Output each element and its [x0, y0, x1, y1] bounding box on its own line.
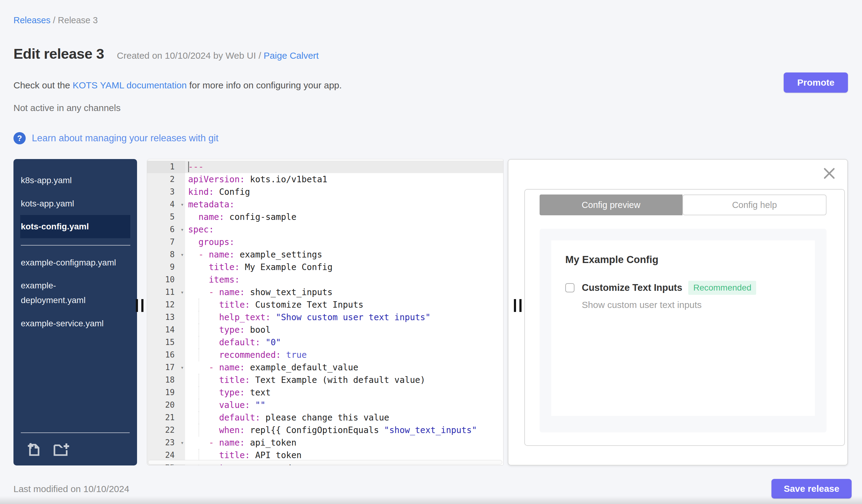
code-text: kind: Config: [185, 186, 503, 198]
line-number: 2: [147, 173, 185, 186]
sidebar-item-example-deployment-yaml[interactable]: example-deployment.yaml: [20, 274, 130, 311]
line-number: 1: [147, 161, 185, 173]
yaml-editor[interactable]: 1---2apiVersion: kots.io/v1beta13kind: C…: [147, 159, 504, 465]
config-item-row: Customize Text Inputs Recommended: [565, 281, 801, 295]
fold-arrow-icon[interactable]: ▾: [181, 248, 184, 261]
new-folder-button[interactable]: [53, 441, 70, 457]
editor-horizontal-scrollbar[interactable]: [148, 460, 502, 465]
code-line-23[interactable]: 23▾ - name: api_token: [147, 436, 503, 449]
sidebar-actions: [26, 441, 70, 457]
config-panel: Config preview Config help My Example Co…: [524, 189, 845, 446]
code-line-8[interactable]: 8▾ - name: example_settings: [147, 248, 503, 261]
tab-config-preview[interactable]: Config preview: [539, 195, 682, 215]
fold-arrow-icon[interactable]: ▾: [181, 198, 184, 211]
title-row: Edit release 3 Created on 10/10/2024 by …: [13, 45, 319, 62]
code-line-3[interactable]: 3kind: Config: [147, 186, 503, 198]
code-line-24[interactable]: 24 title: API token: [147, 449, 503, 462]
docs-hint-after: for more info on configuring your app.: [186, 80, 342, 90]
line-number: 9: [147, 261, 185, 274]
code-line-13[interactable]: 13 help_text: "Show custom user text inp…: [147, 311, 503, 323]
docs-hint: Check out the KOTS YAML documentation fo…: [13, 80, 342, 91]
sidebar-item-k8s-app-yaml[interactable]: k8s-app.yaml: [20, 169, 130, 192]
code-line-17[interactable]: 17▾ - name: example_default_value: [147, 361, 503, 374]
code-text: name: config-sample: [185, 211, 503, 223]
code-line-1[interactable]: 1---: [147, 161, 503, 173]
fold-arrow-icon[interactable]: ▾: [181, 436, 184, 449]
preview-resize-handle[interactable]: [514, 299, 522, 313]
code-text: - name: show_text_inputs: [185, 286, 503, 299]
code-text: when: repl{{ ConfigOptionEquals "show_te…: [185, 424, 503, 436]
code-line-15[interactable]: 15 default: "0": [147, 336, 503, 349]
sidebar-divider: [21, 245, 130, 246]
sidebar-resize-handle[interactable]: [136, 299, 144, 313]
git-help-row[interactable]: ? Learn about managing your releases wit…: [13, 132, 218, 144]
kots-docs-link[interactable]: KOTS YAML documentation: [73, 80, 186, 90]
close-preview-button[interactable]: [822, 167, 836, 181]
code-text: groups:: [185, 236, 503, 248]
line-number: 21: [147, 411, 185, 424]
code-line-5[interactable]: 5 name: config-sample: [147, 211, 503, 223]
code-line-19[interactable]: 19 type: text: [147, 386, 503, 399]
line-number: 22: [147, 424, 185, 436]
code-line-4[interactable]: 4▾metadata:: [147, 198, 503, 211]
file-label: example-deployment.yaml: [21, 278, 116, 307]
fold-arrow-icon[interactable]: ▾: [181, 361, 184, 374]
file-label: kots-config.yaml: [21, 219, 116, 234]
line-number: 11▾: [147, 286, 185, 299]
code-line-6[interactable]: 6▾spec:: [147, 223, 503, 236]
line-number: 12: [147, 299, 185, 311]
created-author-link[interactable]: Paige Calvert: [264, 51, 319, 61]
docs-hint-before: Check out the: [13, 80, 73, 90]
code-line-14[interactable]: 14 type: bool: [147, 323, 503, 336]
code-line-20[interactable]: 20 value: "": [147, 399, 503, 411]
code-line-12[interactable]: 12 title: Customize Text Inputs: [147, 299, 503, 311]
code-line-21[interactable]: 21 default: please change this value: [147, 411, 503, 424]
breadcrumb-separator: /: [53, 15, 58, 25]
code-text: - name: api_token: [185, 436, 503, 449]
code-text: items:: [185, 274, 503, 286]
config-preview-pane: Config preview Config help My Example Co…: [508, 159, 848, 465]
code-text: recommended: true: [185, 349, 503, 361]
code-line-9[interactable]: 9 title: My Example Config: [147, 261, 503, 274]
code-text: value: "": [185, 399, 503, 411]
question-icon: ?: [13, 132, 26, 144]
new-file-button[interactable]: [26, 441, 42, 457]
code-line-7[interactable]: 7 groups:: [147, 236, 503, 248]
breadcrumb-releases-link[interactable]: Releases: [13, 15, 51, 25]
last-modified-text: Last modified on 10/10/2024: [13, 484, 129, 494]
line-number: 17▾: [147, 361, 185, 374]
code-text: apiVersion: kots.io/v1beta1: [185, 173, 503, 186]
code-lines[interactable]: 1---2apiVersion: kots.io/v1beta13kind: C…: [147, 159, 503, 465]
code-text: default: please change this value: [185, 411, 503, 424]
code-text: type: bool: [185, 323, 503, 336]
bottom-shadow: [0, 496, 862, 504]
page-title: Edit release 3: [13, 45, 104, 62]
line-number: 20: [147, 399, 185, 411]
code-line-10[interactable]: 10 items:: [147, 274, 503, 286]
code-line-16[interactable]: 16 recommended: true: [147, 349, 503, 361]
sidebar-item-example-service-yaml[interactable]: example-service.yaml: [20, 312, 130, 335]
fold-arrow-icon[interactable]: ▾: [181, 223, 184, 236]
git-help-link[interactable]: Learn about managing your releases with …: [32, 133, 218, 144]
text-cursor: [188, 161, 189, 172]
save-release-button[interactable]: Save release: [771, 479, 852, 499]
code-line-2[interactable]: 2apiVersion: kots.io/v1beta1: [147, 173, 503, 186]
fold-arrow-icon[interactable]: ▾: [181, 286, 184, 299]
promote-button[interactable]: Promote: [784, 72, 848, 93]
tab-config-help[interactable]: Config help: [682, 195, 826, 215]
code-text: spec:: [185, 223, 503, 236]
code-line-18[interactable]: 18 title: Text Example (with default val…: [147, 374, 503, 386]
customize-text-inputs-checkbox[interactable]: [565, 283, 574, 292]
code-line-22[interactable]: 22 when: repl{{ ConfigOptionEquals "show…: [147, 424, 503, 436]
sidebar-item-example-configmap-yaml[interactable]: example-configmap.yaml: [20, 251, 130, 274]
file-list: k8s-app.yamlkots-app.yamlkots-config.yam…: [13, 169, 137, 335]
recommended-badge: Recommended: [688, 281, 756, 295]
sidebar-item-kots-app-yaml[interactable]: kots-app.yaml: [20, 192, 130, 215]
code-text: title: Customize Text Inputs: [185, 299, 503, 311]
new-folder-icon: [53, 454, 70, 459]
sidebar-item-kots-config-yaml[interactable]: kots-config.yaml: [20, 215, 130, 238]
code-text: default: "0": [185, 336, 503, 349]
created-meta: Created on 10/10/2024 by Web UI / Paige …: [117, 51, 319, 61]
code-line-11[interactable]: 11▾ - name: show_text_inputs: [147, 286, 503, 299]
code-text: type: text: [185, 386, 503, 399]
